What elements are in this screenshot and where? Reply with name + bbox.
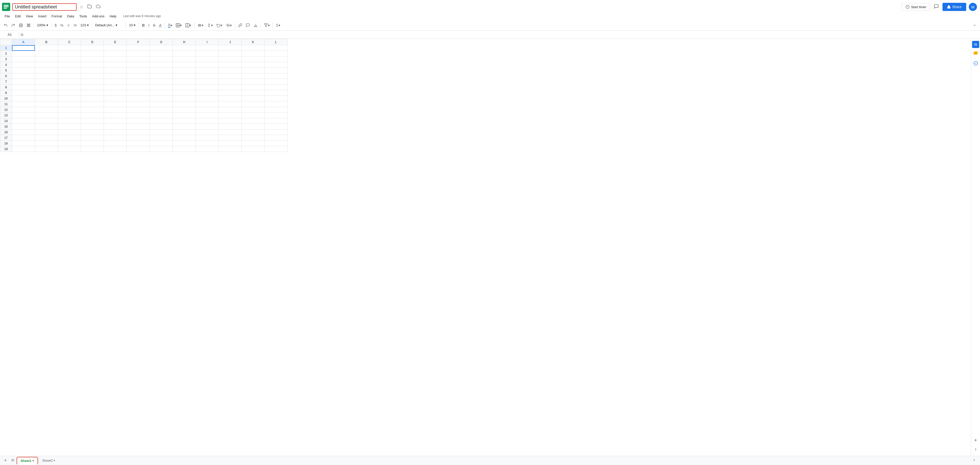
sheet1-dropdown-icon[interactable]: ▾ [32,459,34,462]
cell-K5[interactable] [242,68,265,73]
cell-A4[interactable] [12,62,35,68]
menu-format[interactable]: Format [49,13,65,19]
cell-B18[interactable] [35,141,58,147]
cell-D4[interactable] [81,62,104,68]
cell-L18[interactable] [265,141,288,147]
cell-G12[interactable] [150,107,173,113]
cell-J13[interactable] [219,113,242,118]
cell-C2[interactable] [58,51,81,56]
cell-B2[interactable] [35,51,58,56]
row-header-11[interactable]: 11 [0,101,12,107]
redo-button[interactable] [10,22,17,28]
cell-C15[interactable] [58,124,81,129]
cell-H19[interactable] [173,147,196,152]
row-header-3[interactable]: 3 [0,56,12,62]
cell-C6[interactable] [58,73,81,79]
cell-E19[interactable] [104,147,127,152]
formula-input[interactable] [25,33,978,37]
cell-H10[interactable] [173,96,196,101]
cell-G13[interactable] [150,113,173,118]
cell-J5[interactable] [219,68,242,73]
cell-F8[interactable] [127,84,150,90]
cell-I19[interactable] [196,147,219,152]
cell-D18[interactable] [81,141,104,147]
cell-F9[interactable] [127,90,150,96]
cell-J11[interactable] [219,101,242,107]
insert-comment-button[interactable] [244,22,251,28]
cell-H2[interactable] [173,51,196,56]
cell-H15[interactable] [173,124,196,129]
row-header-13[interactable]: 13 [0,113,12,118]
cell-K14[interactable] [242,118,265,124]
cell-E11[interactable] [104,101,127,107]
cell-A3[interactable] [12,56,35,62]
cell-L17[interactable] [265,135,288,141]
row-header-9[interactable]: 9 [0,90,12,96]
cell-K8[interactable] [242,84,265,90]
row-header-14[interactable]: 14 [0,118,12,124]
cell-G4[interactable] [150,62,173,68]
cell-F19[interactable] [127,147,150,152]
cell-H16[interactable] [173,129,196,135]
collapse-toolbar-button[interactable] [971,22,978,28]
col-header-H[interactable]: H [173,39,196,45]
cell-J1[interactable] [219,45,242,51]
cell-B1[interactable] [35,45,58,51]
cell-B7[interactable] [35,79,58,84]
cell-L14[interactable] [265,118,288,124]
user-avatar[interactable]: M [969,3,977,11]
menu-edit[interactable]: Edit [13,13,23,19]
cell-B16[interactable] [35,129,58,135]
cell-E14[interactable] [104,118,127,124]
cell-I13[interactable] [196,113,219,118]
cell-L2[interactable] [265,51,288,56]
cell-K2[interactable] [242,51,265,56]
link-button[interactable] [237,22,244,28]
menu-help[interactable]: Help [107,13,119,19]
cell-A6[interactable] [12,73,35,79]
cell-C10[interactable] [58,96,81,101]
cell-F6[interactable] [127,73,150,79]
cell-H11[interactable] [173,101,196,107]
cell-B8[interactable] [35,84,58,90]
cell-K11[interactable] [242,101,265,107]
cell-C14[interactable] [58,118,81,124]
cell-K3[interactable] [242,56,265,62]
cell-H3[interactable] [173,56,196,62]
cell-K7[interactable] [242,79,265,84]
cell-D14[interactable] [81,118,104,124]
cloud-button[interactable] [95,3,102,11]
cell-A1[interactable] [12,45,35,51]
expand-sheet-list-button[interactable] [970,457,978,464]
cell-K12[interactable] [242,107,265,113]
cell-F15[interactable] [127,124,150,129]
notes-side-button[interactable] [972,50,979,58]
cell-A11[interactable] [12,101,35,107]
cell-J14[interactable] [219,118,242,124]
cell-A8[interactable] [12,84,35,90]
cell-E18[interactable] [104,141,127,147]
comment-button[interactable] [933,3,940,11]
cell-G15[interactable] [150,124,173,129]
font-family-select[interactable]: Default (Ari... ▾ [94,22,124,28]
row-header-1[interactable]: 1 [0,45,12,51]
cell-H13[interactable] [173,113,196,118]
halign-button[interactable]: ▾ [196,22,205,28]
cell-D8[interactable] [81,84,104,90]
cell-F4[interactable] [127,62,150,68]
cell-D7[interactable] [81,79,104,84]
cell-L6[interactable] [265,73,288,79]
cell-H6[interactable] [173,73,196,79]
cell-F16[interactable] [127,129,150,135]
cell-B15[interactable] [35,124,58,129]
cell-H8[interactable] [173,84,196,90]
grid-wrapper[interactable]: A B C D E F G H I J K L 1234567891011121… [0,39,980,456]
cell-C16[interactable] [58,129,81,135]
cell-K10[interactable] [242,96,265,101]
cell-E4[interactable] [104,62,127,68]
row-header-4[interactable]: 4 [0,62,12,68]
cell-B6[interactable] [35,73,58,79]
borders-button[interactable]: ▾ [174,22,183,28]
cell-D16[interactable] [81,129,104,135]
cell-E17[interactable] [104,135,127,141]
